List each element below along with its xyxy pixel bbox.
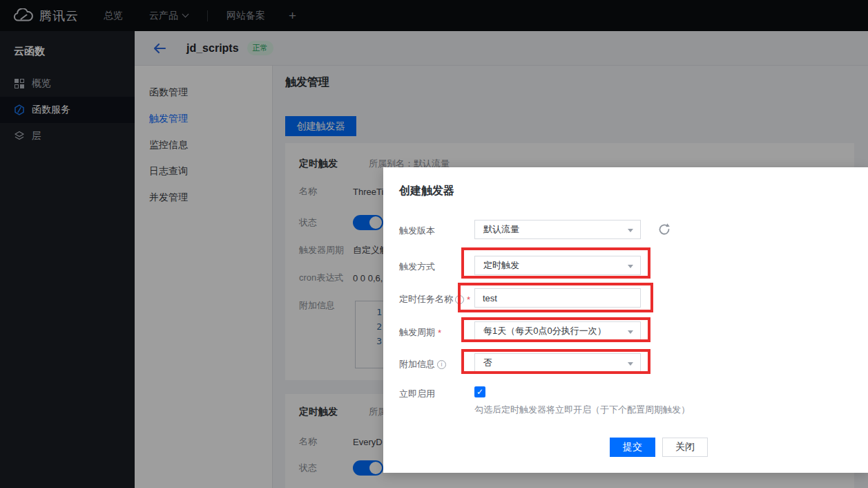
required-asterisk: *	[438, 328, 441, 338]
select-caret-icon	[628, 229, 633, 232]
create-trigger-modal: 创建触发器 触发版本 默认流量 触发方式 定时触发 定时任务名称 i * 触发周…	[383, 167, 868, 473]
submit-button[interactable]: 提交	[610, 438, 655, 457]
task-name-input[interactable]	[474, 288, 641, 308]
select-caret-icon	[628, 330, 633, 334]
trigger-method-select[interactable]: 定时触发	[474, 256, 641, 275]
label-text: 立即启用	[399, 388, 435, 400]
label-text: 触发周期	[399, 326, 435, 339]
enable-now-label: 立即启用	[399, 388, 435, 400]
modal-title: 创建触发器	[399, 184, 454, 198]
enable-helper-text: 勾选后定时触发器将立即开启（于下个配置周期触发）	[474, 404, 690, 416]
period-select-value: 每1天（每天0点0分执行一次）	[483, 325, 606, 337]
required-asterisk: *	[467, 294, 470, 305]
task-name-label: 定时任务名称 i *	[399, 293, 470, 306]
version-label: 触发版本	[399, 225, 435, 237]
app-screen: 腾讯云 总览 云产品 网站备案 + 云函数 概览 函数服务	[0, 0, 868, 488]
extra-info-select[interactable]: 否	[474, 353, 641, 373]
period-label: 触发周期 *	[399, 326, 441, 339]
label-text: 附加信息	[399, 358, 435, 370]
version-select[interactable]: 默认流量	[474, 220, 641, 239]
refresh-icon[interactable]	[657, 222, 672, 237]
close-button[interactable]: 关闭	[662, 438, 708, 457]
trigger-period-select[interactable]: 每1天（每天0点0分执行一次）	[474, 321, 641, 341]
info-icon[interactable]: i	[455, 295, 464, 304]
extra-info-label: 附加信息 i	[399, 358, 446, 370]
select-caret-icon	[628, 265, 633, 268]
info-icon[interactable]: i	[437, 360, 446, 369]
extra-select-value: 否	[483, 357, 492, 369]
version-select-value: 默认流量	[483, 223, 519, 236]
label-text: 触发方式	[399, 261, 435, 273]
label-text: 定时任务名称	[399, 293, 453, 306]
method-select-value: 定时触发	[483, 259, 519, 272]
enable-now-checkbox[interactable]: ✓	[474, 386, 485, 397]
method-label: 触发方式	[399, 261, 435, 273]
label-text: 触发版本	[399, 225, 435, 237]
select-caret-icon	[628, 362, 633, 366]
